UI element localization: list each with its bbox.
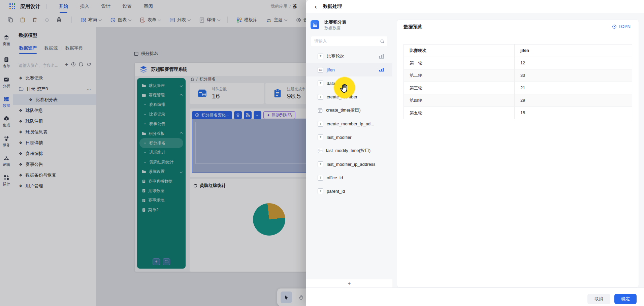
layout-menu[interactable]: 布局	[80, 17, 101, 23]
menu-folder[interactable]: 球队管理	[137, 81, 186, 90]
refresh-icon[interactable]	[193, 184, 197, 188]
menu-subitem[interactable]: 进球统计	[137, 148, 186, 157]
tree-item[interactable]: ❖比赛记录	[13, 73, 96, 84]
field-row[interactable]: Tlast_modifier	[306, 130, 392, 144]
list-menu[interactable]: 列表	[169, 17, 190, 23]
menu-item[interactable]: 足球数据	[137, 186, 186, 195]
menu-folder[interactable]: 赛程管理	[137, 90, 186, 100]
more-actions-button[interactable]: ⋯	[254, 111, 261, 119]
tree-item[interactable]: ❖球队信息	[13, 105, 96, 116]
table-row[interactable]: 第一轮12	[404, 57, 632, 69]
table-row[interactable]: 第三轮21	[404, 82, 632, 94]
copy-button[interactable]	[5, 15, 15, 25]
stat-card-teams[interactable]: 球队总数16	[190, 83, 264, 104]
field-row[interactable]: create_time(按日)	[306, 103, 392, 117]
add-folder-button[interactable]	[163, 258, 170, 265]
field-row[interactable]: Toffice_id	[306, 171, 392, 184]
confirm-button[interactable]: 确定	[614, 294, 637, 304]
upload-icon[interactable]	[71, 62, 76, 67]
tree-item[interactable]: ❖球员信息表	[13, 127, 96, 137]
tab-start[interactable]: 开始	[58, 0, 69, 13]
tab-settings[interactable]: 设置	[121, 0, 133, 13]
tab-design[interactable]: 设计	[100, 0, 112, 13]
menu-subitem[interactable]: 赛程编排	[137, 100, 186, 110]
tree-item[interactable]: ❖赛程编排	[13, 148, 96, 159]
home-icon[interactable]	[190, 77, 194, 81]
tab-data-sources[interactable]: 数据源	[44, 45, 58, 54]
menu-subitem-selected[interactable]: 积分排名	[139, 138, 183, 148]
block-title-button[interactable]: 积分排名变化...	[192, 111, 232, 119]
back-button[interactable]: ‹	[315, 3, 317, 10]
tab-insert[interactable]: 插入	[79, 0, 91, 13]
stat-value: 98.5	[287, 92, 305, 100]
component-button[interactable]	[244, 111, 252, 119]
selected-chart-block[interactable]	[192, 119, 306, 173]
theme-menu[interactable]: 主题	[266, 17, 287, 23]
menu-item[interactable]: 赛事场地	[137, 196, 186, 205]
menu-folder[interactable]: 系统设置	[137, 167, 186, 177]
clear-button[interactable]	[42, 15, 52, 25]
stat-card-registration[interactable]: 注册完成率98.5	[265, 83, 306, 104]
delete-button[interactable]	[30, 15, 40, 25]
app-grid-icon[interactable]	[9, 3, 15, 9]
menu-subitem[interactable]: 比赛记录	[137, 110, 186, 119]
rail-item-analysis[interactable]: 分析	[0, 76, 13, 89]
menu-item[interactable]: 菜单2	[137, 205, 186, 215]
cancel-button[interactable]: 取消	[587, 294, 610, 304]
table-row[interactable]: 第四轮29	[404, 94, 632, 106]
add-field-button[interactable]: +	[306, 279, 392, 287]
pie-chart[interactable]	[253, 203, 285, 236]
field-row[interactable]: T比赛轮次	[306, 50, 392, 63]
bar-chart-icon[interactable]	[379, 54, 384, 59]
tab-data-assets[interactable]: 数据资产	[19, 45, 37, 54]
form-menu[interactable]: 表单	[140, 17, 161, 23]
delete-block-button[interactable]	[234, 111, 242, 119]
field-row[interactable]: last_modify_time(按日)	[306, 144, 392, 157]
tree-item[interactable]: ❖日志详情	[13, 137, 96, 148]
tree-item[interactable]: ❖用户管理	[13, 181, 96, 191]
add-asset-button[interactable]: +	[65, 63, 68, 66]
field-search-input[interactable]: 请输入	[311, 36, 387, 46]
paste-button[interactable]	[18, 15, 28, 25]
rail-item-logic[interactable]: 逻辑	[0, 155, 13, 167]
rail-item-integration[interactable]: 集成	[0, 116, 13, 128]
my-apps-link[interactable]: 我的应用	[271, 4, 288, 9]
select-tool-button[interactable]	[281, 292, 292, 303]
field-row[interactable]: Tlast_modifier_ip_address	[306, 157, 392, 171]
rail-item-data[interactable]: 数据	[0, 96, 13, 108]
bar-chart-icon[interactable]	[379, 67, 384, 72]
tab-data-dictionary[interactable]: 数据字典	[65, 45, 84, 54]
tree-item[interactable]: ❖数据备份与恢复	[13, 170, 96, 181]
pan-tool-button[interactable]	[295, 292, 306, 303]
tree-item[interactable]: ❖球队注册	[13, 116, 96, 127]
field-row-selected[interactable]: 123jifen	[306, 63, 392, 76]
tree-item-folder[interactable]: 目录-资产3⋯	[13, 84, 96, 94]
detail-menu[interactable]: 详情	[199, 17, 220, 23]
tree-item-selected[interactable]: ❖比赛积分表	[13, 94, 96, 105]
format-brush-button[interactable]	[54, 15, 64, 25]
field-row[interactable]: Tcreate_member_ip_ad...	[306, 117, 392, 130]
rail-item-services[interactable]: 服务	[0, 135, 13, 148]
table-row[interactable]: 第二轮33	[404, 69, 632, 82]
tree-item[interactable]: ❖赛事公告	[13, 159, 96, 170]
menu-item[interactable]: 赛事直播数据	[137, 177, 186, 186]
tab-review[interactable]: 审阅	[142, 0, 154, 13]
import-icon[interactable]	[79, 62, 84, 67]
rail-item-forms[interactable]: 表单	[0, 57, 13, 69]
refresh-icon[interactable]	[87, 62, 91, 67]
rail-item-pages[interactable]: 页面	[0, 34, 13, 47]
rail-item-plugins[interactable]: 插件	[0, 175, 13, 187]
topn-button[interactable]: TOPN	[612, 24, 631, 29]
more-icon[interactable]: ⋯	[87, 87, 91, 92]
table-row[interactable]: 第五轮15	[404, 106, 632, 119]
menu-subitem[interactable]: 黄牌红牌统计	[137, 157, 186, 167]
menu-folder[interactable]: 积分看板	[137, 129, 186, 138]
cards-stats-section[interactable]: 黄牌红牌统计	[190, 179, 306, 272]
add-menu-button[interactable]: +	[153, 258, 160, 265]
field-row[interactable]: Tparent_id	[306, 184, 392, 198]
chart-menu[interactable]: 图表	[110, 17, 131, 23]
template-library-button[interactable]: 模板库	[236, 17, 257, 23]
asset-search-input[interactable]: 请输入资产、字段名...	[19, 63, 67, 68]
menu-subitem[interactable]: 赛事公告	[137, 119, 186, 129]
add-to-chat-button[interactable]: ✦ 添加到对话	[263, 111, 295, 119]
